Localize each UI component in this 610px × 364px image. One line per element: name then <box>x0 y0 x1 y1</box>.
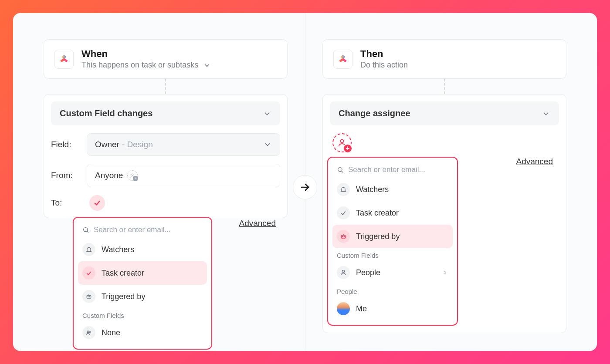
svg-point-6 <box>89 297 90 297</box>
then-header-card: Then Do this action <box>322 39 566 79</box>
advanced-link[interactable]: Advanced <box>516 157 553 166</box>
section-custom-fields: Custom Fields <box>332 248 453 261</box>
svg-point-17 <box>342 270 344 273</box>
connector-line <box>165 79 166 94</box>
chevron-down-icon <box>203 61 211 70</box>
option-triggered-by[interactable]: Triggered by <box>78 285 207 308</box>
field-label: Field: <box>51 140 81 149</box>
person-icon <box>337 266 350 279</box>
clickup-logo-icon <box>54 50 74 69</box>
svg-line-3 <box>87 231 88 233</box>
people-icon <box>82 326 95 339</box>
svg-point-1 <box>132 174 133 175</box>
to-label: To: <box>51 198 81 208</box>
option-task-creator[interactable]: Task creator <box>332 201 453 225</box>
section-people: People <box>332 284 453 297</box>
avatar <box>337 302 350 315</box>
from-field[interactable]: Anyone + <box>87 164 280 187</box>
chevron-right-icon <box>442 270 448 276</box>
advanced-link[interactable]: Advanced <box>239 219 276 228</box>
bell-icon <box>337 183 350 196</box>
robot-icon <box>82 290 95 303</box>
bell-icon <box>82 243 95 256</box>
option-task-creator[interactable]: Task creator <box>78 261 207 285</box>
chevron-down-icon <box>263 109 271 118</box>
then-title: Then <box>360 48 556 60</box>
option-none[interactable]: None <box>78 321 207 344</box>
then-column: Then Do this action Change assignee + <box>305 39 566 325</box>
automation-modal: When This happens on task or subtasks Cu… <box>13 13 597 351</box>
trigger-select[interactable]: Custom Field changes <box>51 101 280 125</box>
svg-point-5 <box>88 297 88 297</box>
svg-point-11 <box>338 168 342 172</box>
search-input[interactable]: Search or enter email... <box>78 222 207 238</box>
svg-point-10 <box>340 140 343 143</box>
check-icon <box>337 206 350 219</box>
svg-point-15 <box>344 236 344 237</box>
then-subtitle: Do this action <box>360 61 556 70</box>
option-watchers[interactable]: Watchers <box>332 178 453 201</box>
add-person-icon[interactable]: + <box>127 170 138 181</box>
when-header-card: When This happens on task or subtasks <box>44 39 288 79</box>
from-label: From: <box>51 171 81 180</box>
search-icon <box>337 166 344 173</box>
add-assignee-button[interactable]: + <box>332 133 352 152</box>
flow-arrow-icon <box>293 175 317 199</box>
connector-line <box>444 79 445 94</box>
people-picker-popup: Search or enter email... Watchers Task c… <box>73 217 212 350</box>
svg-point-2 <box>84 228 88 232</box>
option-watchers[interactable]: Watchers <box>78 238 207 261</box>
option-triggered-by[interactable]: Triggered by <box>332 225 453 248</box>
chevron-down-icon <box>542 109 550 118</box>
assignee-picker-popup: Search or enter email... Watchers Task c… <box>327 157 458 326</box>
chevron-down-icon <box>263 140 272 149</box>
option-people-field[interactable]: People <box>332 261 453 284</box>
when-title: When <box>81 48 277 60</box>
when-column: When This happens on task or subtasks Cu… <box>44 39 305 325</box>
plus-icon: + <box>343 144 352 153</box>
to-selected-chip[interactable] <box>89 195 105 211</box>
svg-point-8 <box>87 331 89 333</box>
field-select[interactable]: Owner - Design <box>87 133 280 156</box>
then-panel: Change assignee + Search or enter email.… <box>322 94 566 333</box>
section-custom-fields: Custom Fields <box>78 308 207 321</box>
robot-icon <box>337 230 350 243</box>
svg-point-14 <box>342 236 342 237</box>
when-panel: Custom Field changes Field: Owner - Desi… <box>44 94 288 218</box>
search-icon <box>82 226 89 233</box>
option-me[interactable]: Me <box>332 297 453 320</box>
when-subtitle-dropdown[interactable]: This happens on task or subtasks <box>81 61 277 70</box>
svg-point-9 <box>89 332 91 333</box>
clickup-logo-icon <box>333 50 352 69</box>
check-icon <box>82 266 95 280</box>
search-input[interactable]: Search or enter email... <box>332 162 453 178</box>
svg-line-12 <box>342 171 343 172</box>
action-select[interactable]: Change assignee <box>330 101 559 125</box>
